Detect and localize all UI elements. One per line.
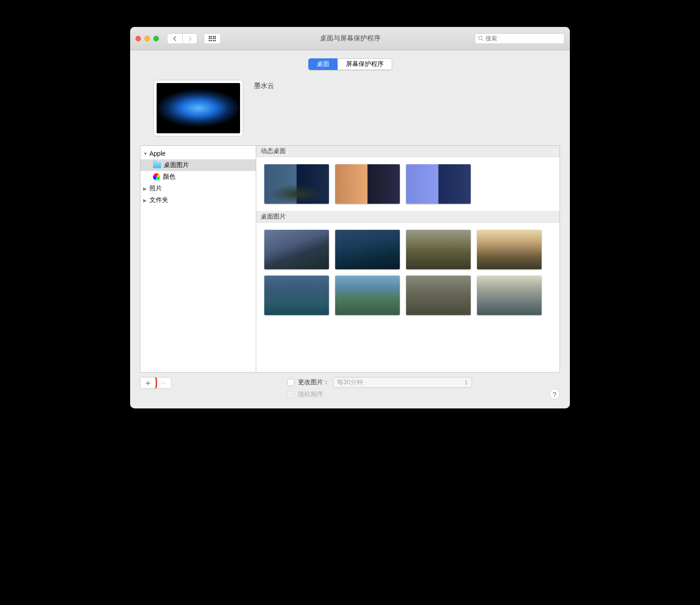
wallpaper-thumb[interactable] xyxy=(406,230,471,269)
wallpaper-name: 墨水云 xyxy=(254,82,274,136)
section-dynamic: 动态桌面 xyxy=(256,146,560,157)
stepper-icon: ▲▼ xyxy=(464,379,468,386)
tree-label: 照片 xyxy=(149,184,162,193)
maximize-button[interactable] xyxy=(153,36,159,41)
dynamic-grid xyxy=(256,157,560,211)
disclosure-right-icon: ▶ xyxy=(143,186,149,191)
minimize-button[interactable] xyxy=(144,36,150,41)
options: 更改图片： 每30分钟 ▲▼ 随机顺序 xyxy=(287,377,472,399)
bottom-row: ＋ － 更改图片： 每30分钟 ▲▼ 随机顺序 ? xyxy=(130,373,570,408)
remove-folder-button[interactable]: － xyxy=(156,377,171,388)
change-picture-row: 更改图片： 每30分钟 ▲▼ xyxy=(287,377,472,388)
current-wallpaper-preview xyxy=(153,80,243,136)
titlebar: 桌面与屏幕保护程序 xyxy=(130,27,570,50)
wallpaper-thumb[interactable] xyxy=(406,276,471,315)
close-button[interactable] xyxy=(136,36,141,41)
search-field[interactable] xyxy=(475,33,564,44)
svg-point-0 xyxy=(479,36,482,40)
wallpaper-thumb[interactable] xyxy=(335,164,400,204)
wallpaper-thumb[interactable] xyxy=(264,164,329,204)
wallpaper-thumb[interactable] xyxy=(335,230,400,269)
preview-row: 墨水云 xyxy=(140,80,560,136)
body: 桌面 屏幕保护程序 墨水云 ▼ Apple 桌面图片 xyxy=(130,50,570,373)
tab-screensaver[interactable]: 屏幕保护程序 xyxy=(337,58,392,70)
disclosure-down-icon: ▼ xyxy=(143,151,149,156)
tree-label: 文件夹 xyxy=(149,196,168,204)
search-icon xyxy=(478,35,484,41)
wallpaper-grid[interactable]: 动态桌面 桌面图片 xyxy=(256,145,560,373)
random-row: 随机顺序 xyxy=(287,390,472,399)
wallpaper-thumb[interactable] xyxy=(406,164,471,204)
tree-photos[interactable]: ▶ 照片 xyxy=(140,183,256,194)
disclosure-right-icon: ▶ xyxy=(143,198,149,203)
back-button[interactable] xyxy=(167,33,182,44)
change-picture-checkbox[interactable] xyxy=(287,379,294,386)
interval-select[interactable]: 每30分钟 ▲▼ xyxy=(333,377,472,388)
forward-button[interactable] xyxy=(182,33,197,44)
wallpaper-preview-image xyxy=(157,83,240,133)
help-button[interactable]: ? xyxy=(549,389,560,399)
add-remove-control: ＋ － xyxy=(140,377,171,389)
tree-label: 颜色 xyxy=(163,173,175,181)
svg-line-1 xyxy=(482,39,484,41)
tree-folders[interactable]: ▶ 文件夹 xyxy=(140,194,256,206)
tree-desktop-pictures[interactable]: 桌面图片 xyxy=(140,159,256,171)
tree-label: Apple xyxy=(149,150,166,157)
main-panel: ▼ Apple 桌面图片 颜色 ▶ 照片 xyxy=(140,145,560,373)
source-sidebar: ▼ Apple 桌面图片 颜色 ▶ 照片 xyxy=(140,145,256,373)
nav-buttons xyxy=(167,33,197,44)
preferences-window: 桌面与屏幕保护程序 桌面 屏幕保护程序 墨水云 ▼ xyxy=(130,27,570,408)
wallpaper-thumb[interactable] xyxy=(335,276,400,315)
tree-label: 桌面图片 xyxy=(164,161,189,169)
tab-desktop[interactable]: 桌面 xyxy=(308,58,337,70)
color-wheel-icon xyxy=(153,173,160,180)
folder-icon xyxy=(153,162,161,168)
grid-icon xyxy=(209,36,216,41)
pictures-grid xyxy=(256,223,560,322)
section-pictures: 桌面图片 xyxy=(256,211,560,223)
add-folder-button[interactable]: ＋ xyxy=(140,377,156,388)
search-input[interactable] xyxy=(486,35,561,42)
random-label: 随机顺序 xyxy=(298,390,323,399)
window-controls xyxy=(136,36,159,41)
random-checkbox xyxy=(287,391,294,398)
tree-apple[interactable]: ▼ Apple xyxy=(140,148,256,159)
show-all-button[interactable] xyxy=(204,33,221,44)
wallpaper-thumb[interactable] xyxy=(477,230,542,269)
change-picture-label: 更改图片： xyxy=(298,378,329,386)
wallpaper-thumb[interactable] xyxy=(264,276,329,315)
wallpaper-thumb[interactable] xyxy=(477,276,542,315)
tree-colors[interactable]: 颜色 xyxy=(140,171,256,183)
tab-bar: 桌面 屏幕保护程序 xyxy=(308,58,392,70)
wallpaper-thumb[interactable] xyxy=(264,230,329,269)
source-tree: ▼ Apple 桌面图片 颜色 ▶ 照片 xyxy=(140,146,256,372)
interval-value: 每30分钟 xyxy=(337,378,363,386)
